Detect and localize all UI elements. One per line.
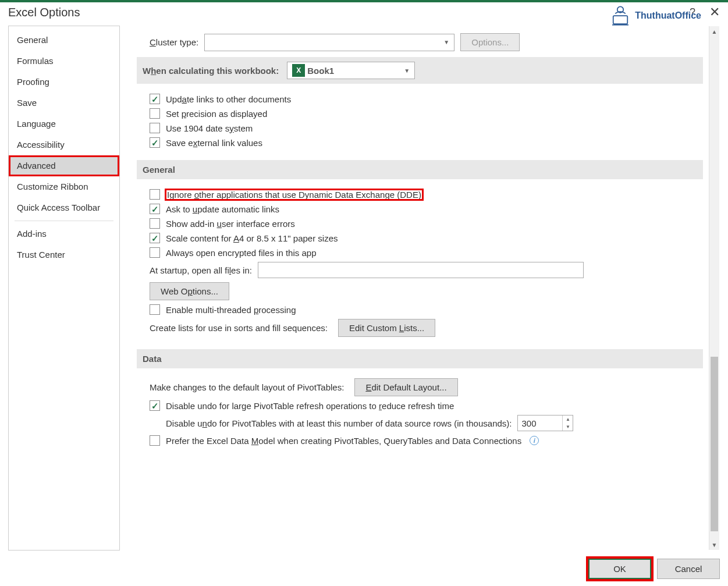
disable-undo-rows-label: Disable undo for PivotTables with at lea…: [166, 418, 512, 428]
save-external-label: Save external link values: [166, 138, 262, 148]
category-sidebar: General Formulas Proofing Save Language …: [8, 26, 120, 551]
sidebar-item-customize-ribbon[interactable]: Customize Ribbon: [9, 176, 119, 197]
web-options-button[interactable]: Web Options...: [150, 282, 229, 300]
svg-rect-1: [613, 16, 628, 24]
logo-text: ThuthuatOffice: [635, 10, 701, 21]
pivot-layout-label: Make changes to the default layout of Pi…: [150, 382, 344, 392]
show-addin-errors-checkbox[interactable]: [150, 218, 160, 229]
disable-undo-large-checkbox[interactable]: [150, 400, 160, 411]
date-1904-label: Use 1904 date system: [166, 123, 253, 133]
close-icon[interactable]: ✕: [709, 5, 720, 20]
data-section-header: Data: [137, 349, 703, 368]
set-precision-label: Set precision as displayed: [166, 109, 267, 119]
spinner-down-icon[interactable]: ▼: [563, 423, 573, 431]
save-external-checkbox[interactable]: [150, 137, 160, 148]
general-section-header: General: [137, 160, 703, 179]
sidebar-item-proofing[interactable]: Proofing: [9, 72, 119, 93]
watermark-logo: ThuthuatOffice: [608, 3, 701, 28]
update-links-checkbox[interactable]: [150, 94, 160, 104]
update-links-label: Update links to other documents: [166, 94, 291, 104]
dialog-footer: OK Cancel: [0, 554, 728, 586]
cluster-type-label: CCluster type:luster type:: [150, 37, 198, 47]
sidebar-item-save[interactable]: Save: [9, 93, 119, 113]
ignore-dde-label: Ignore other applications that use Dynam…: [166, 190, 422, 200]
scale-content-label: Scale content for A4 or 8.5 x 11" paper …: [166, 233, 338, 243]
prefer-data-model-checkbox[interactable]: [150, 435, 160, 446]
scale-content-checkbox[interactable]: [150, 233, 160, 243]
sidebar-item-quick-access-toolbar[interactable]: Quick Access Toolbar: [9, 197, 119, 218]
sidebar-item-language[interactable]: Language: [9, 113, 119, 134]
enable-multithread-label: Enable multi-threaded processing: [166, 305, 296, 315]
startup-path-input[interactable]: [258, 262, 584, 278]
scroll-track[interactable]: [709, 37, 719, 539]
always-open-encrypted-checkbox[interactable]: [150, 247, 160, 258]
date-1904-checkbox[interactable]: [150, 123, 160, 133]
excel-options-dialog: Excel Options ? ✕ ThuthuatOffice General…: [0, 0, 728, 586]
workbook-dropdown[interactable]: X Book1 ▼: [287, 62, 415, 79]
startup-open-label: At startup, open all files in:: [150, 265, 252, 275]
info-icon[interactable]: i: [530, 436, 539, 445]
sidebar-separator: [15, 221, 113, 221]
ignore-dde-checkbox[interactable]: [150, 189, 160, 200]
spinner-up-icon[interactable]: ▲: [563, 415, 573, 423]
disable-undo-large-label: Disable undo for large PivotTable refres…: [166, 401, 454, 411]
scroll-down-icon[interactable]: ▼: [709, 539, 719, 550]
cancel-button[interactable]: Cancel: [657, 559, 720, 579]
edit-custom-lists-button[interactable]: Edit Custom Lists...: [338, 319, 435, 337]
sidebar-item-formulas[interactable]: Formulas: [9, 51, 119, 72]
always-open-encrypted-label: Always open encrypted files in this app: [166, 248, 316, 258]
create-lists-label: Create lists for use in sorts and fill s…: [150, 323, 328, 333]
show-addin-errors-label: Show add-in user interface errors: [166, 219, 295, 229]
sidebar-item-accessibility[interactable]: Accessibility: [9, 134, 119, 155]
dialog-title: Excel Options: [8, 6, 80, 19]
ok-button-highlight: OK: [588, 559, 651, 579]
sidebar-item-advanced[interactable]: Advanced: [9, 155, 119, 176]
ok-button[interactable]: OK: [588, 559, 651, 579]
enable-multithread-checkbox[interactable]: [150, 304, 160, 315]
ask-update-checkbox[interactable]: [150, 204, 160, 214]
calc-workbook-section-header: When calculating this workbook: X Book1 …: [137, 57, 703, 84]
chevron-down-icon: ▼: [443, 39, 449, 45]
chevron-down-icon: ▼: [404, 68, 410, 74]
sidebar-item-trust-center[interactable]: Trust Center: [9, 244, 119, 265]
edit-default-layout-button[interactable]: Edit Default Layout...: [354, 378, 457, 396]
scroll-thumb[interactable]: [711, 357, 718, 531]
vertical-scrollbar[interactable]: ▲ ▼: [709, 26, 719, 550]
ask-update-label: Ask to update automatic links: [166, 204, 279, 214]
excel-file-icon: X: [292, 64, 305, 77]
prefer-data-model-label: Prefer the Excel Data Model when creatin…: [166, 436, 521, 446]
options-panel: CCluster type:luster type: ▼ Options... …: [129, 26, 709, 550]
laptop-person-icon: [608, 3, 633, 28]
scroll-up-icon[interactable]: ▲: [709, 26, 719, 37]
disable-undo-rows-spinner[interactable]: 300 ▲▼: [517, 415, 573, 431]
sidebar-item-add-ins[interactable]: Add-ins: [9, 223, 119, 244]
set-precision-checkbox[interactable]: [150, 108, 160, 119]
sidebar-item-general[interactable]: General: [9, 30, 119, 51]
cluster-options-button: Options...: [460, 33, 520, 51]
cluster-type-dropdown[interactable]: ▼: [204, 34, 454, 51]
